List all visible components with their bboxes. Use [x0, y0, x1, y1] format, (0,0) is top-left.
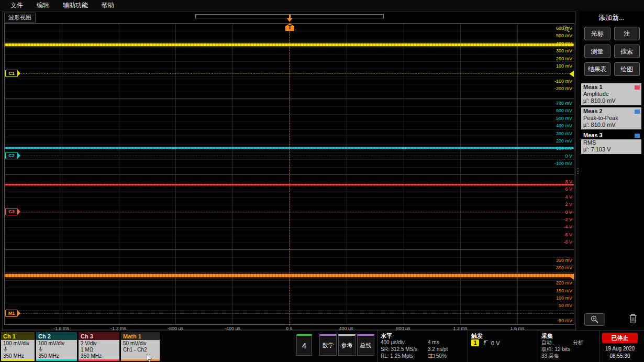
position-percent: 50%: [436, 353, 447, 359]
scale-label: -6 V: [563, 231, 572, 238]
horizontal-span: 4 ms: [428, 339, 439, 345]
channel-badge-ch3[interactable]: Ch 3 2 V/div 1 MΩ 350 MHz: [79, 332, 119, 361]
right-sidebar: 添加新... 光标 注 测量 搜索 结果表 绘图 Meas 1 Amplitud…: [580, 12, 643, 330]
panel-splitter[interactable]: ⋮: [576, 12, 580, 330]
scale-label: 250 mV: [556, 272, 572, 279]
math-add-button[interactable]: 数学: [319, 334, 337, 356]
scale-label: 0 V: [554, 152, 572, 160]
measurement-value: µ': 7.103 V: [581, 146, 641, 153]
ch3-trace: [5, 184, 574, 185]
scale-label: 6 V: [563, 185, 572, 193]
scale-label: 8 V: [563, 178, 572, 185]
ch4-add-button[interactable]: 4: [296, 334, 312, 356]
sidebar-footer: [584, 313, 638, 326]
channel-badge-ch1[interactable]: Ch 1 100 mV/div 350 MHz: [1, 332, 35, 361]
channel-accent: [36, 359, 77, 361]
measurement-value: µ': 810.0 mV: [581, 122, 641, 128]
scale-label: 400 mV: [554, 40, 572, 47]
record-trigger-tick: [289, 15, 291, 18]
measurement-type: RMS: [581, 139, 641, 146]
ch3-scale-column: 8 V 6 V 4 V 2 V 0 V -2 V -4 V -6 V -8 V: [563, 178, 572, 246]
scale-label: -200 mV: [554, 85, 572, 92]
horizontal-scale: 400 µs/div: [381, 339, 405, 345]
menu-edit[interactable]: 编辑: [37, 1, 49, 10]
scale-label: 150 mV: [556, 287, 572, 294]
cursor-button[interactable]: 光标: [584, 27, 610, 40]
measurement-name: Meas 2: [583, 108, 603, 115]
search-button[interactable]: 搜索: [614, 45, 640, 58]
channel-info: 100 mV/div 350 MHz: [36, 340, 77, 359]
math-badge[interactable]: Math 1 50 mV/div Ch1 - Ch2: [121, 332, 160, 361]
plot-button[interactable]: 绘图: [614, 62, 640, 76]
scale-label: -50 mV: [556, 317, 572, 324]
bus-add-button[interactable]: 总线: [357, 334, 374, 356]
scale-label: 4 V: [563, 193, 572, 201]
ch3-zero-line: [5, 212, 574, 212]
position-icon: [428, 354, 435, 358]
acq-analyze: 分析: [573, 339, 583, 346]
zoom-icon[interactable]: [562, 25, 570, 35]
zoom-overview-button[interactable]: [584, 313, 605, 326]
measure-button[interactable]: 测量: [584, 45, 610, 58]
channel-name: Ch 1: [1, 332, 35, 340]
ch1-ground-tag[interactable]: C1: [5, 70, 18, 77]
channel-scale: 2 V/div: [81, 341, 119, 347]
results-table-button[interactable]: 结果表: [584, 62, 610, 76]
sample-resolution: 3.2 ns/pt: [428, 346, 448, 352]
trigger-level: 0 V: [491, 340, 500, 346]
channel-info: 2 V/div 1 MΩ 350 MHz: [79, 340, 119, 359]
ch3-ground-tag[interactable]: C3: [5, 208, 18, 215]
trigger-position-arrow-icon[interactable]: [287, 18, 292, 22]
menu-utility[interactable]: 辅助功能: [63, 1, 88, 10]
measurement-type: Amplitude: [581, 91, 641, 97]
scale-label: 50 mV: [556, 302, 572, 309]
callout-button[interactable]: 注: [614, 27, 640, 40]
scale-label: -100 mV: [554, 160, 572, 167]
channel-bandwidth: 350 MHz: [3, 353, 35, 359]
scale-label: 0 V: [563, 209, 572, 216]
scale-label: 500 mV: [554, 115, 572, 122]
measurement-badge-3[interactable]: Meas 3 RMS µ': 7.103 V: [581, 131, 641, 154]
menu-bar: 文件 编辑 辅助功能 帮助: [0, 0, 644, 11]
trigger-flag[interactable]: T: [285, 24, 294, 31]
horizontal-position: 50%: [428, 353, 447, 359]
trash-icon[interactable]: [628, 313, 638, 326]
scale-label: -100 mV: [554, 78, 572, 85]
record-length: RL: 1.25 Mpts: [381, 353, 413, 359]
bottom-bar: Ch 1 100 mV/div 350 MHz Ch 2 100 mV/div …: [0, 330, 644, 362]
acquisition-badge[interactable]: 采集 自动、 分析 取样: 12 bits 33 采集: [538, 331, 599, 362]
time-display: 08:55:30: [600, 353, 640, 359]
coupling-ground-icon: [3, 347, 35, 353]
add-new-title: 添加新...: [580, 13, 643, 23]
measurement-badge-1[interactable]: Meas 1 Amplitude µ': 810.0 mV: [581, 83, 641, 105]
scale-label: 700 mV: [554, 100, 572, 107]
math-scale: 50 mV/div: [123, 341, 160, 347]
menu-help[interactable]: 帮助: [102, 1, 114, 10]
trigger-badge[interactable]: 触发 1 0 V: [468, 331, 538, 362]
math1-ground-tag[interactable]: M1: [5, 310, 18, 317]
channel-scale: 100 mV/div: [3, 341, 35, 347]
scale-label: 200 mV: [556, 279, 572, 287]
channel-name: Math 1: [121, 332, 160, 340]
waveform-view-tab[interactable]: 波形视图: [4, 13, 36, 23]
scale-label: 300 mV: [554, 130, 572, 137]
date-display: 19 Aug 2020: [600, 346, 640, 352]
record-view-bar[interactable]: [195, 14, 384, 18]
ref-add-button[interactable]: 参考: [338, 334, 356, 356]
horizontal-badge[interactable]: 水平 400 µs/div 4 ms SR: 312.5 MS/s 3.2 ns…: [377, 331, 468, 362]
math1-zero-line: [5, 313, 574, 314]
run-stop-button[interactable]: 已停止: [602, 333, 638, 343]
channel-badge-ch2[interactable]: Ch 2 100 mV/div 350 MHz: [36, 332, 77, 361]
math-expression: Ch1 - Ch2: [123, 347, 160, 353]
ch2-ground-tag[interactable]: C2: [5, 152, 18, 159]
ch1-trace: [5, 43, 574, 46]
measurement-badge-2[interactable]: Meas 2 Peak-to-Peak µ': 810.0 mV: [581, 107, 641, 129]
channel-accent: [79, 359, 119, 361]
ch2-scale-column: 700 mV 600 mV 500 mV 400 mV 300 mV 200 m…: [554, 100, 572, 168]
menu-file[interactable]: 文件: [10, 1, 23, 10]
channel-bandwidth: 350 MHz: [38, 353, 77, 359]
scale-label: 200 mV: [554, 137, 572, 145]
measurement-list: Meas 1 Amplitude µ': 810.0 mV Meas 2 Pea…: [581, 83, 641, 154]
scale-label: 300 mV: [554, 47, 572, 54]
run-stop-section: 已停止 19 Aug 2020 08:55:30: [599, 331, 643, 362]
